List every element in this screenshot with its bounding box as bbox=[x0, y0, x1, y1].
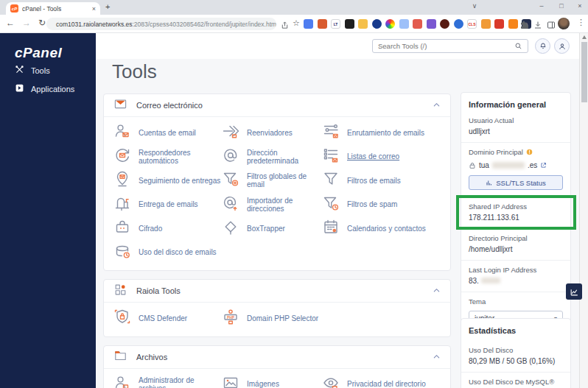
ext-languagetool-icon[interactable]: LT bbox=[331, 19, 340, 29]
tool-boxtrapper[interactable]: BoxTrapper bbox=[222, 216, 322, 241]
shared-ip-row: Shared IP Address 178.211.133.61 bbox=[461, 197, 570, 228]
cpanel-sidebar: cPanel Tools Applications bbox=[0, 33, 96, 388]
tool-listas-de-correo[interactable]: Listas de correo bbox=[322, 145, 441, 169]
routing-icon bbox=[322, 122, 340, 143]
ext-orange-pen-icon[interactable] bbox=[481, 19, 491, 29]
ext-orange-stylus-icon[interactable] bbox=[318, 19, 327, 29]
search-icon bbox=[514, 42, 522, 50]
analytics-fab-button[interactable] bbox=[566, 283, 582, 300]
tool-direccion-predeterminada[interactable]: Dirección predeterminada bbox=[222, 145, 322, 169]
url-bar[interactable]: com1031.raiolanetworks.es:2083/cpsess403… bbox=[46, 18, 276, 30]
browser-tab[interactable]: cP cPanel - Tools × bbox=[6, 2, 100, 15]
ext-colorzilla-icon[interactable] bbox=[385, 19, 395, 29]
tool-uso-del-disco-de-emails[interactable]: Uso del disco de emails bbox=[113, 241, 222, 265]
ext-dark-maroon-icon[interactable] bbox=[440, 19, 449, 29]
at-sign-icon bbox=[222, 147, 239, 167]
tab-close-icon[interactable]: × bbox=[92, 5, 96, 13]
minimize-button[interactable]: – bbox=[536, 2, 547, 10]
chevron-up-icon[interactable] bbox=[433, 350, 441, 364]
reload-icon[interactable]: ↻ bbox=[38, 18, 46, 28]
current-user-value: udlljxrt bbox=[469, 127, 563, 135]
close-button[interactable]: × bbox=[574, 2, 586, 10]
search-box[interactable] bbox=[372, 39, 528, 53]
ext-blue-target-icon[interactable] bbox=[454, 19, 463, 29]
green-highlight-box bbox=[456, 195, 576, 230]
tool-cms-defender[interactable]: CMS Defender bbox=[113, 306, 222, 331]
chevron-up-icon[interactable] bbox=[433, 284, 441, 297]
tab-search-icon[interactable]: ∨ bbox=[469, 2, 480, 10]
tool-filtros-de-spam[interactable]: Filtros de spam bbox=[322, 193, 441, 217]
new-tab-button[interactable]: + bbox=[105, 2, 110, 11]
section-header-archivos[interactable]: Archivos bbox=[104, 346, 450, 369]
ext-cls-icon[interactable]: CLS bbox=[467, 19, 477, 29]
tool-cuentas-de-email[interactable]: Cuentas de email bbox=[113, 121, 222, 145]
extensions-puzzle-icon[interactable] bbox=[520, 19, 529, 32]
tool-calendarios-y-contactos[interactable]: Calendarios y contactos bbox=[322, 216, 441, 241]
extensions-strip: LTCLSA bbox=[304, 19, 531, 29]
back-icon[interactable]: ← bbox=[6, 18, 15, 28]
section-title: Archivos bbox=[136, 353, 433, 361]
statistics-panel: Estadísticas Uso Del Disco80,29 MB / 50 … bbox=[461, 318, 571, 388]
forward-icon[interactable]: → bbox=[22, 18, 31, 28]
section-grid: CMS DefenderPHPDomain PHP Selector bbox=[104, 303, 450, 336]
user-account-button[interactable] bbox=[554, 38, 570, 54]
tools-cross-icon bbox=[15, 65, 24, 76]
tool-entrega-de-emails[interactable]: Entrega de emails bbox=[113, 193, 222, 217]
tool-reenviadores[interactable]: Reenviadores bbox=[222, 121, 322, 145]
applications-icon bbox=[15, 83, 24, 94]
section-header-raiola-tools[interactable]: Raiola Tools bbox=[104, 280, 450, 303]
ext-purple-cloud-icon[interactable] bbox=[427, 19, 436, 29]
shield-lock-icon bbox=[113, 308, 131, 328]
browser-titlebar: cP cPanel - Tools × + ∨ – □ × bbox=[0, 0, 588, 15]
tool-imagenes[interactable]: Imágenes bbox=[222, 373, 322, 388]
section-title: Correo electrónico bbox=[136, 101, 433, 110]
home-directory-value: /home/udlljxrt bbox=[469, 245, 563, 253]
ext-keepa-icon[interactable] bbox=[358, 19, 368, 29]
ext-calculator-icon[interactable] bbox=[413, 19, 422, 29]
calendar-icon bbox=[322, 218, 340, 239]
ext-metamask-fox-icon[interactable] bbox=[508, 19, 518, 29]
browser-window: cP cPanel - Tools × + ∨ – □ × ← → ↻ com1… bbox=[0, 0, 588, 388]
tool-seguimiento-de-entregas[interactable]: Seguimiento de entregas bbox=[113, 169, 222, 193]
side-panel-icon[interactable] bbox=[547, 19, 556, 32]
scrollbar-thumb[interactable] bbox=[581, 42, 587, 102]
domain-lock-icon bbox=[469, 162, 476, 169]
ext-red-shape-icon[interactable] bbox=[494, 19, 504, 29]
ext-video-player-icon[interactable] bbox=[372, 19, 382, 29]
tool-privacidad-del-directorio[interactable]: Privacidad del directorio bbox=[322, 373, 441, 388]
page-scrollbar[interactable] bbox=[579, 33, 588, 388]
sidebar-item-tools[interactable]: Tools bbox=[15, 61, 96, 80]
browser-menu-icon[interactable]: ⋮ bbox=[577, 18, 585, 27]
tool-administrador-de-archivos[interactable]: Administrador de archivos bbox=[113, 373, 222, 388]
tool-filtros-de-emails[interactable]: Filtros de emails bbox=[322, 169, 441, 193]
maximize-button[interactable]: □ bbox=[556, 2, 567, 10]
user-mail-icon bbox=[113, 122, 131, 143]
ssl-tls-status-button[interactable]: SSL/TLS Status bbox=[469, 175, 563, 190]
info-panel-title: Información general bbox=[461, 93, 570, 115]
ext-dark-reader-icon[interactable] bbox=[345, 19, 354, 29]
scroll-up-arrow-icon[interactable] bbox=[582, 35, 587, 39]
url-text: com1031.raiolanetworks.es:2083/cpsess403… bbox=[56, 21, 276, 28]
funnel-clock-icon bbox=[322, 194, 340, 215]
share-icon[interactable] bbox=[281, 19, 289, 32]
ext-blue-collection-icon[interactable] bbox=[304, 19, 313, 29]
bookmark-star-icon[interactable]: ☆ bbox=[293, 18, 300, 28]
external-link-icon[interactable] bbox=[540, 162, 547, 169]
chevron-up-icon[interactable] bbox=[433, 99, 441, 112]
tool-enrutamiento-de-emails[interactable]: Enrutamiento de emails bbox=[322, 121, 441, 145]
tool-cifrado[interactable]: Cifrado bbox=[113, 216, 222, 241]
profile-avatar[interactable] bbox=[558, 18, 570, 29]
ext-lightblue-icon[interactable] bbox=[399, 19, 409, 29]
sidebar-item-applications[interactable]: Applications bbox=[15, 80, 96, 98]
last-login-row: Last Login IP Address 83. bbox=[461, 260, 570, 292]
stats-panel-title: Estadísticas bbox=[461, 319, 570, 341]
search-input[interactable] bbox=[378, 42, 511, 50]
downloads-icon[interactable] bbox=[533, 19, 542, 32]
notifications-bell-button[interactable] bbox=[535, 38, 550, 54]
disk-usage-icon bbox=[113, 242, 131, 263]
tool-importador-de-direcciones[interactable]: Importador de direcciones bbox=[222, 193, 322, 217]
tool-filtros-globales-de-email[interactable]: Filtros globales de email bbox=[222, 169, 322, 193]
tool-respondedores-automaticos[interactable]: Respondedores automáticos bbox=[113, 145, 222, 169]
section-header-correo-electronico[interactable]: Correo electrónico bbox=[104, 94, 450, 117]
tool-domain-php-selector[interactable]: PHPDomain PHP Selector bbox=[222, 306, 322, 331]
